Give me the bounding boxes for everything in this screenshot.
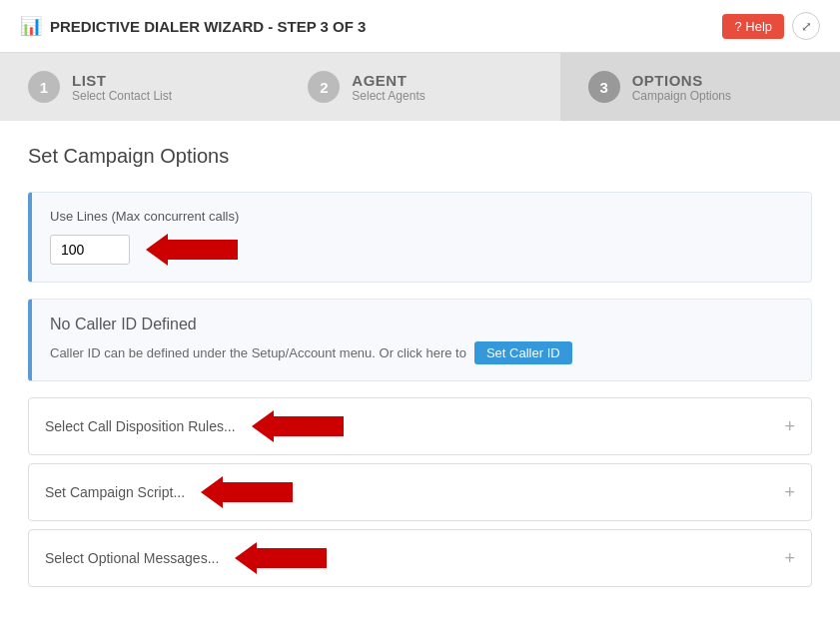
- arrow-head-4: [235, 542, 257, 574]
- arrow-indicator-lines: [146, 234, 238, 266]
- use-lines-input[interactable]: [50, 235, 130, 265]
- step-3-sub: Campaign Options: [632, 89, 731, 103]
- plus-icon-2: +: [784, 482, 795, 503]
- arrow-head-2: [252, 410, 274, 442]
- campaign-script-label: Set Campaign Script...: [45, 484, 185, 500]
- main-content: Set Campaign Options Use Lines (Max conc…: [0, 121, 840, 619]
- step-3-info: OPTIONS Campaign Options: [632, 72, 731, 103]
- optional-messages-label: Select Optional Messages...: [45, 550, 219, 566]
- caller-id-title: No Caller ID Defined: [50, 316, 793, 333]
- arrow-body: [168, 240, 238, 260]
- call-disposition-row-left: Select Call Disposition Rules...: [45, 410, 344, 442]
- caller-id-section: No Caller ID Defined Caller ID can be de…: [28, 299, 812, 381]
- step-2-main: AGENT: [352, 72, 424, 89]
- use-lines-row: [50, 234, 793, 266]
- arrow-indicator-script: [201, 476, 293, 508]
- step-2-circle: 2: [308, 71, 340, 103]
- header: 📊 PREDICTIVE DIALER WIZARD - STEP 3 OF 3…: [0, 0, 840, 53]
- section-title: Set Campaign Options: [28, 145, 812, 168]
- page-title-text: PREDICTIVE DIALER WIZARD - STEP 3 OF 3: [50, 18, 366, 35]
- step-1-info: LIST Select Contact List: [72, 72, 172, 103]
- campaign-script-row-left: Set Campaign Script...: [45, 476, 293, 508]
- step-3[interactable]: 3 OPTIONS Campaign Options: [560, 53, 840, 121]
- step-2-sub: Select Agents: [352, 89, 424, 103]
- call-disposition-row[interactable]: Select Call Disposition Rules... +: [28, 397, 812, 455]
- caller-id-desc: Caller ID can be defined under the Setup…: [50, 341, 793, 364]
- caller-id-description-text: Caller ID can be defined under the Setup…: [50, 345, 466, 360]
- use-lines-label: Use Lines (Max concurrent calls): [50, 209, 793, 224]
- optional-messages-row-left: Select Optional Messages...: [45, 542, 327, 574]
- help-button[interactable]: ? Help: [722, 14, 784, 39]
- arrow-head: [146, 234, 168, 266]
- header-actions: ? Help ⤢: [722, 12, 820, 40]
- arrow-body-4: [257, 548, 327, 568]
- use-lines-section: Use Lines (Max concurrent calls): [28, 192, 812, 283]
- set-caller-id-button[interactable]: Set Caller ID: [474, 341, 572, 364]
- step-2-info: AGENT Select Agents: [352, 72, 424, 103]
- step-1-circle: 1: [28, 71, 60, 103]
- step-1-main: LIST: [72, 72, 172, 89]
- step-1[interactable]: 1 LIST Select Contact List: [0, 53, 280, 121]
- arrow-indicator-disposition: [252, 410, 344, 442]
- step-1-sub: Select Contact List: [72, 89, 172, 103]
- call-disposition-label: Select Call Disposition Rules...: [45, 418, 236, 434]
- arrow-body-2: [274, 416, 344, 436]
- campaign-script-row[interactable]: Set Campaign Script... +: [28, 463, 812, 521]
- optional-messages-row[interactable]: Select Optional Messages... +: [28, 529, 812, 587]
- arrow-indicator-messages: [235, 542, 327, 574]
- step-3-main: OPTIONS: [632, 72, 731, 89]
- header-title-area: 📊 PREDICTIVE DIALER WIZARD - STEP 3 OF 3: [20, 15, 366, 37]
- step-3-circle: 3: [588, 71, 620, 103]
- arrow-body-3: [223, 482, 293, 502]
- expand-button[interactable]: ⤢: [792, 12, 820, 40]
- plus-icon-3: +: [784, 548, 795, 569]
- step-2[interactable]: 2 AGENT Select Agents: [280, 53, 559, 121]
- arrow-head-3: [201, 476, 223, 508]
- plus-icon-1: +: [784, 416, 795, 437]
- wizard-steps: 1 LIST Select Contact List 2 AGENT Selec…: [0, 53, 840, 121]
- bar-chart-icon: 📊: [20, 15, 42, 37]
